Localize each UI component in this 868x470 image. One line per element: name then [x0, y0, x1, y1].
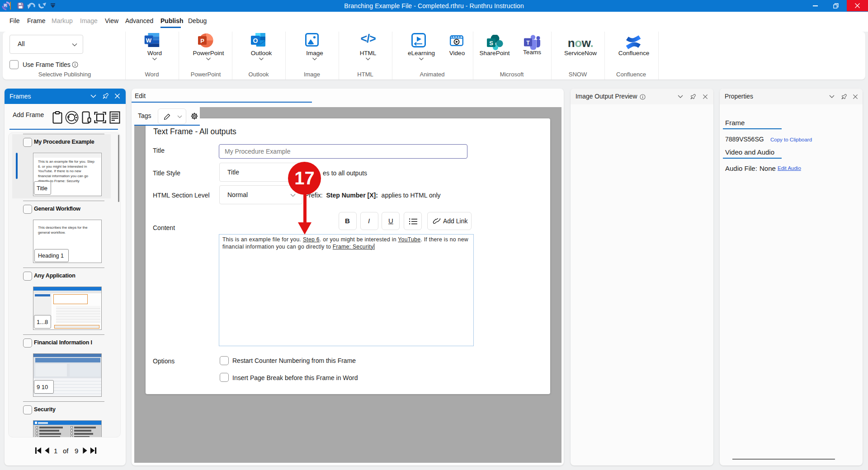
- svg-text:T: T: [526, 40, 530, 46]
- svg-text:P: P: [200, 38, 204, 44]
- svg-text:S: S: [489, 40, 493, 47]
- svg-text:W: W: [146, 37, 152, 44]
- svg-text:O: O: [253, 37, 258, 44]
